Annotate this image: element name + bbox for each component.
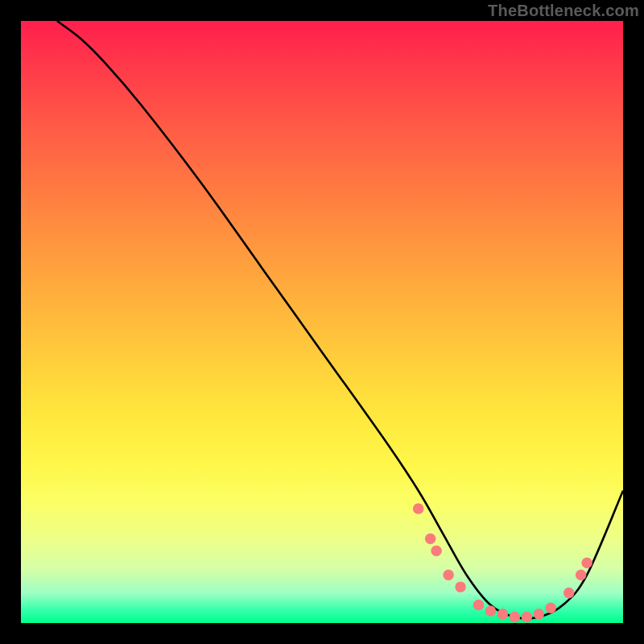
highlight-dot (473, 600, 484, 610)
highlight-dot (534, 609, 544, 619)
highlight-dot (431, 546, 441, 556)
highlight-dot (413, 503, 423, 514)
chart-svg (21, 21, 623, 623)
highlight-dot (485, 605, 496, 616)
highlight-dots-group (413, 503, 592, 622)
highlight-dot (425, 534, 436, 544)
highlight-dot (522, 612, 532, 622)
highlight-dot (497, 609, 508, 619)
watermark-text: TheBottleneck.com (488, 2, 639, 20)
highlight-dot (455, 581, 465, 592)
highlight-dot (564, 588, 574, 598)
highlight-dot (576, 569, 586, 580)
chart-frame: TheBottleneck.com (0, 0, 644, 644)
bottleneck-curve (57, 21, 623, 618)
plot-area (21, 21, 623, 623)
highlight-dot (546, 603, 556, 613)
highlight-dot (581, 557, 592, 568)
highlight-dot (510, 612, 520, 622)
highlight-dot (443, 569, 453, 580)
